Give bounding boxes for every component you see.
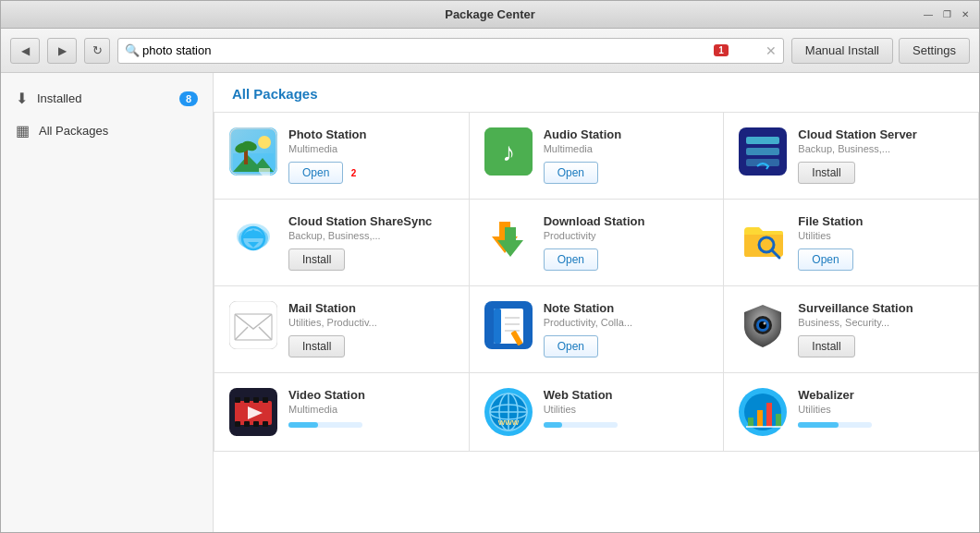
surveillance-station-install-button[interactable]: Install xyxy=(798,335,854,357)
cloud-station-server-install-button[interactable]: Install xyxy=(798,162,854,184)
main-layout: ⬇ Installed 8 ▦ All Packages All Package… xyxy=(1,73,979,533)
mail-station-icon-wrap xyxy=(229,301,277,349)
svg-rect-50 xyxy=(263,421,268,427)
audio-station-info: Audio Station Multimedia Open xyxy=(544,127,709,184)
web-station-icon-wrap: WWW xyxy=(484,388,533,436)
sidebar-item-all-packages-label: All Packages xyxy=(39,124,108,138)
toolbar-right: Manual Install Settings xyxy=(791,38,970,64)
back-button[interactable]: ◀ xyxy=(10,38,40,64)
svg-rect-62 xyxy=(748,418,753,427)
svg-rect-43 xyxy=(235,397,240,403)
download-station-info: Download Station Productivity Open xyxy=(544,214,709,271)
cloud-station-sharesync-category: Backup, Business,... xyxy=(288,230,454,241)
note-station-icon-wrap xyxy=(484,301,533,349)
note-station-name: Note Station xyxy=(544,301,709,315)
webalizer-progress-bar xyxy=(798,422,839,428)
surveillance-station-category: Business, Security... xyxy=(798,317,963,328)
audio-station-open-button[interactable]: Open xyxy=(544,162,598,184)
toolbar: ◀ ▶ ↻ 🔍 1 ✕ Manual Install Settings xyxy=(1,29,979,73)
web-station-progress-bar xyxy=(544,422,562,428)
search-input[interactable] xyxy=(117,38,784,64)
webalizer-progress xyxy=(798,422,872,428)
package-cell-surveillance-station: Surveillance Station Business, Security.… xyxy=(724,286,979,373)
webalizer-icon xyxy=(739,388,787,436)
photo-station-info: Photo Station Multimedia Open 2 xyxy=(288,127,454,184)
photo-station-category: Multimedia xyxy=(288,143,454,154)
sidebar-item-installed-label: Installed xyxy=(37,91,81,105)
titlebar: Package Center — ❐ ✕ xyxy=(1,1,979,29)
package-cell-webalizer: Webalizer Utilities xyxy=(724,373,979,452)
mail-station-info: Mail Station Utilities, Productiv... Ins… xyxy=(288,301,454,357)
all-packages-icon: ▦ xyxy=(16,122,30,139)
note-station-category: Productivity, Colla... xyxy=(544,317,709,328)
svg-rect-47 xyxy=(235,421,240,427)
audio-station-icon-wrap: ♪ xyxy=(484,127,533,176)
titlebar-title: Package Center xyxy=(445,7,535,21)
search-wrapper: 🔍 1 ✕ xyxy=(117,38,784,64)
mail-station-install-button[interactable]: Install xyxy=(288,335,345,357)
content-header: All Packages xyxy=(214,73,979,113)
content-area: All Packages xyxy=(214,73,979,533)
cloud-station-server-info: Cloud Station Server Backup, Business,..… xyxy=(798,127,963,184)
svg-rect-48 xyxy=(244,421,250,427)
manual-install-button[interactable]: Manual Install xyxy=(791,38,893,64)
minimize-button[interactable]: — xyxy=(922,8,935,21)
video-station-icon xyxy=(229,388,277,436)
package-cell-video-station: Video Station Multimedia xyxy=(214,373,470,452)
photo-station-icon xyxy=(229,127,277,176)
webalizer-name: Webalizer xyxy=(798,388,963,402)
download-station-open-button[interactable]: Open xyxy=(544,248,598,271)
svg-rect-31 xyxy=(494,309,501,344)
video-station-info: Video Station Multimedia xyxy=(288,388,454,428)
cloud-station-sharesync-icon xyxy=(229,214,277,262)
search-icon: 🔍 xyxy=(125,43,140,57)
photo-station-badge: 2 xyxy=(351,168,357,178)
file-station-icon-wrap xyxy=(739,214,787,262)
cloud-station-sharesync-info: Cloud Station ShareSync Backup, Business… xyxy=(288,214,454,271)
svg-rect-45 xyxy=(253,397,259,403)
video-station-progress-bar xyxy=(288,422,318,428)
svg-rect-65 xyxy=(776,414,781,427)
search-clear-icon[interactable]: ✕ xyxy=(766,43,777,58)
svg-rect-13 xyxy=(746,148,779,155)
cloud-station-sharesync-icon-wrap xyxy=(229,214,277,262)
surveillance-station-name: Surveillance Station xyxy=(798,301,963,315)
package-cell-audio-station: ♪ Audio Station Multimedia Open xyxy=(470,113,725,200)
package-cell-note-station: Note Station Productivity, Colla... Open xyxy=(470,286,725,373)
web-station-name: Web Station xyxy=(544,388,709,402)
settings-button[interactable]: Settings xyxy=(899,38,970,64)
refresh-button[interactable]: ↻ xyxy=(84,38,110,64)
file-station-info: File Station Utilities Open xyxy=(798,214,963,271)
sidebar-item-all-packages[interactable]: ▦ All Packages xyxy=(1,115,213,147)
cloud-station-server-category: Backup, Business,... xyxy=(798,143,963,154)
package-cell-web-station: WWW Web Station Utilities xyxy=(470,373,725,452)
surveillance-station-info: Surveillance Station Business, Security.… xyxy=(798,301,963,357)
svg-text:WWW: WWW xyxy=(497,418,519,427)
web-station-info: Web Station Utilities xyxy=(544,388,709,428)
webalizer-category: Utilities xyxy=(798,404,963,415)
package-cell-cloud-station-sharesync: Cloud Station ShareSync Backup, Business… xyxy=(214,200,470,286)
photo-station-open-button[interactable]: Open xyxy=(288,162,343,184)
titlebar-controls: — ❐ ✕ xyxy=(922,8,972,21)
svg-rect-46 xyxy=(263,397,268,403)
surveillance-station-icon-wrap xyxy=(739,301,787,349)
video-station-icon-wrap xyxy=(229,388,277,436)
mail-station-name: Mail Station xyxy=(288,301,454,315)
cloud-station-server-icon xyxy=(739,127,787,176)
cloud-station-server-name: Cloud Station Server xyxy=(798,127,963,141)
surveillance-station-icon xyxy=(739,301,787,349)
close-button[interactable]: ✕ xyxy=(959,8,972,21)
file-station-open-button[interactable]: Open xyxy=(798,248,852,271)
svg-point-40 xyxy=(764,322,766,325)
svg-rect-64 xyxy=(766,403,772,427)
package-cell-mail-station: Mail Station Utilities, Productiv... Ins… xyxy=(214,286,470,373)
forward-button[interactable]: ▶ xyxy=(47,38,77,64)
note-station-open-button[interactable]: Open xyxy=(544,335,598,357)
svg-point-3 xyxy=(258,136,271,149)
package-cell-cloud-station-server: Cloud Station Server Backup, Business,..… xyxy=(724,113,979,200)
download-station-name: Download Station xyxy=(544,214,709,228)
sidebar-item-installed[interactable]: ⬇ Installed 8 xyxy=(1,82,213,115)
audio-station-icon: ♪ xyxy=(484,127,533,176)
cloud-station-sharesync-install-button[interactable]: Install xyxy=(288,248,345,271)
restore-button[interactable]: ❐ xyxy=(940,8,953,21)
